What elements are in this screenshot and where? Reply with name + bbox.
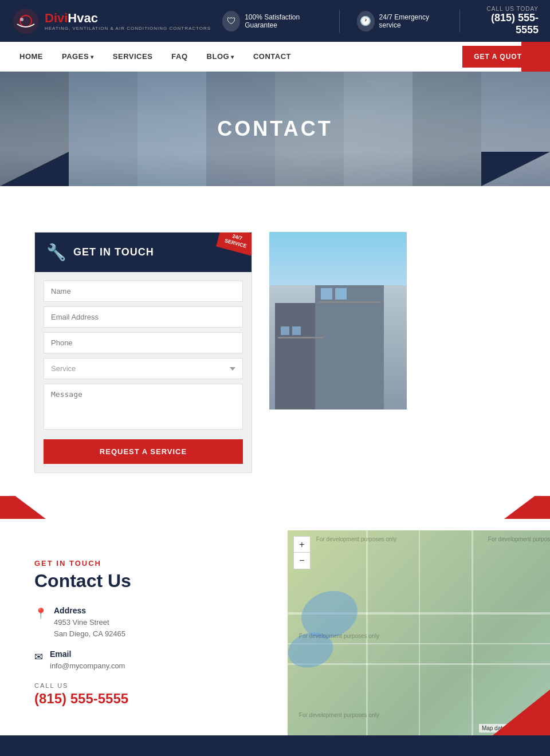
location-icon: 📍 — [34, 607, 47, 620]
address-line1: 4953 Vine Street — [54, 617, 125, 628]
call-label: CALL US TODAY — [477, 6, 539, 12]
email-icon: ✉ — [34, 651, 43, 663]
form-header: 🔧 GET IN TOUCH 24/7SERVICE — [35, 233, 252, 272]
header-divider-2 — [459, 10, 460, 33]
nav-contact[interactable]: CONTACT — [245, 42, 299, 71]
contact-phone: (815) 555-5555 — [34, 691, 253, 707]
map-red-triangle — [493, 690, 550, 735]
map-dev-text-3: For development purposes only — [299, 633, 379, 639]
logo-subtitle: HEATING, VENTILATION & AIR CONDITIONING … — [45, 26, 211, 31]
content-section: 🔧 GET IN TOUCH 24/7SERVICE Service Reque… — [0, 209, 550, 496]
call-number: (815) 555-5555 — [477, 12, 539, 36]
shield-icon: 🛡 — [222, 11, 240, 32]
phone-input[interactable] — [44, 332, 243, 353]
header-call-us: CALL US TODAY (815) 555-5555 — [477, 6, 539, 36]
map-road-v3 — [472, 530, 473, 735]
submit-button[interactable]: Request a Service — [44, 439, 243, 464]
get-in-touch-label: GET IN TOUCH — [34, 559, 253, 568]
name-input[interactable] — [44, 281, 243, 302]
email-content: Email info@mycompany.com — [50, 649, 125, 672]
address-detail: 📍 Address 4953 Vine Street San Diego, CA… — [34, 606, 253, 639]
contact-form-box: 🔧 GET IN TOUCH 24/7SERVICE Service Reque… — [34, 232, 252, 473]
svg-point-2 — [20, 18, 23, 21]
nav-faq[interactable]: FAQ — [163, 42, 195, 71]
form-header-icon: 🔧 — [46, 243, 66, 262]
contact-map-section: GET IN TOUCH Contact Us 📍 Address 4953 V… — [0, 530, 550, 735]
contact-us-title: Contact Us — [34, 570, 253, 592]
map-road-v2 — [419, 530, 420, 735]
spacer-1 — [0, 186, 550, 209]
map-zoom-out[interactable]: − — [294, 553, 310, 569]
logo-icon — [11, 7, 40, 36]
hero-triangle-right — [481, 152, 550, 186]
nav-services[interactable]: SERVICES — [105, 42, 161, 71]
address-label: Address — [54, 606, 125, 615]
building-img-inner — [269, 232, 407, 410]
clock-icon: 🕐 — [357, 11, 375, 32]
header-divider-1 — [339, 10, 340, 33]
form-body: Service Request a Service — [35, 272, 252, 472]
email-value: info@mycompany.com — [50, 660, 125, 672]
red-triangle-left — [0, 496, 46, 519]
nav-pages[interactable]: PAGES — [54, 42, 102, 71]
hero-title: CONTACT — [217, 117, 332, 141]
satisfaction-text: 100% Satisfaction Guarantee — [245, 13, 322, 29]
red-triangle-right — [504, 496, 550, 519]
svg-point-0 — [13, 9, 38, 34]
map-dev-text-1: For development purposes only — [316, 536, 396, 542]
top-bar: DiviHvac HEATING, VENTILATION & AIR COND… — [0, 0, 550, 42]
nav-bar: HOME PAGES SERVICES FAQ BLOG CONTACT GET… — [0, 42, 550, 72]
badge-247: 24/7SERVICE — [216, 233, 252, 255]
phone-detail: CALL US (815) 555-5555 — [34, 682, 253, 707]
emergency-badge: 🕐 24/7 Emergency service — [357, 11, 443, 32]
call-us-label: CALL US — [34, 682, 253, 689]
hero-triangle-left — [0, 152, 69, 186]
email-detail: ✉ Email info@mycompany.com — [34, 649, 253, 672]
contact-info: GET IN TOUCH Contact Us 📍 Address 4953 V… — [0, 530, 288, 735]
hero-section: CONTACT — [0, 72, 550, 186]
nav-items: HOME PAGES SERVICES FAQ BLOG CONTACT — [11, 42, 462, 71]
map-area: For development purposes only For develo… — [288, 530, 550, 735]
address-line2: San Diego, CA 92465 — [54, 628, 125, 640]
message-textarea[interactable] — [44, 384, 243, 430]
nav-home[interactable]: HOME — [11, 42, 51, 71]
content-footer-triangles — [0, 496, 550, 530]
form-header-title: GET IN TOUCH — [73, 246, 154, 258]
logo[interactable]: DiviHvac HEATING, VENTILATION & AIR COND… — [11, 7, 211, 36]
emergency-text: 24/7 Emergency service — [379, 13, 443, 29]
email-label: Email — [50, 649, 125, 659]
satisfaction-badge: 🛡 100% Satisfaction Guarantee — [222, 11, 322, 32]
email-input[interactable] — [44, 306, 243, 328]
address-content: Address 4953 Vine Street San Diego, CA 9… — [54, 606, 125, 639]
header-badges: 🛡 100% Satisfaction Guarantee 🕐 24/7 Eme… — [222, 6, 539, 36]
map-zoom-in[interactable]: + — [294, 537, 310, 553]
map-placeholder: For development purposes only For develo… — [288, 530, 550, 735]
map-dev-text-4: For development purposes only — [299, 712, 379, 718]
map-zoom-controls: + − — [293, 536, 311, 569]
logo-text: DiviHvac — [45, 11, 211, 26]
building-image — [269, 232, 407, 410]
service-select[interactable]: Service — [44, 358, 243, 379]
footer: DiviHvac LOCATION 4953 Vine Street San D… — [0, 735, 550, 757]
map-dev-text-2: For development purposes only — [488, 536, 550, 542]
nav-blog[interactable]: BLOG — [199, 42, 242, 71]
